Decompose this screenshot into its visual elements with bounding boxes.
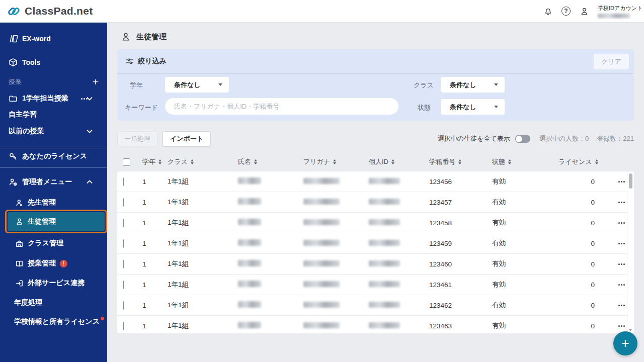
- row-menu-button[interactable]: [616, 238, 627, 249]
- class-filter-select[interactable]: 条件なし: [441, 77, 505, 93]
- col-header-student-no[interactable]: 学籍番号: [429, 157, 492, 166]
- row-menu-button[interactable]: [616, 258, 627, 269]
- show-selected-toggle[interactable]: [515, 135, 530, 143]
- sort-icon: [158, 159, 162, 165]
- status-filter-label: 状態: [418, 103, 431, 112]
- sidebar-item-your-license[interactable]: あなたのライセンス: [0, 150, 107, 162]
- sidebar-item-admin-menu[interactable]: 管理者メニュー: [0, 176, 107, 188]
- sidebar-divider: [0, 148, 107, 148]
- notification-dot-icon: [101, 317, 104, 320]
- row-checkbox[interactable]: [123, 239, 124, 248]
- sidebar-item-previous-lessons[interactable]: 以前の授業: [0, 125, 107, 137]
- bulk-action-button[interactable]: 一括処理: [117, 131, 157, 146]
- sidebar-item-tools[interactable]: Tools: [0, 56, 107, 68]
- sidebar-item-self-study[interactable]: 自主学習: [0, 109, 107, 121]
- col-header-personal-id[interactable]: 個人ID: [369, 157, 429, 166]
- row-checkbox[interactable]: [123, 260, 124, 268]
- col-header-license[interactable]: ライセンス: [558, 157, 609, 166]
- row-menu-button[interactable]: [616, 176, 627, 187]
- cell-license: 0: [558, 240, 609, 247]
- select-all-checkbox[interactable]: [123, 158, 130, 166]
- cell-name-redacted: [238, 239, 261, 246]
- row-checkbox[interactable]: [123, 301, 124, 310]
- clear-filter-button[interactable]: クリア: [594, 54, 629, 69]
- folder-expand-button[interactable]: [85, 94, 99, 103]
- sidebar-item-teacher-mgmt[interactable]: 先生管理: [0, 197, 107, 209]
- classpad-logo[interactable]: ClassPad.net: [0, 5, 93, 18]
- cell-grade: 1: [142, 281, 168, 289]
- table-body: 1 1年1組 123456 有効 0 1 1年1組 123457 有効 0 1 …: [117, 171, 627, 333]
- bell-icon[interactable]: [543, 6, 553, 16]
- col-header-kana[interactable]: フリガナ: [303, 157, 369, 166]
- sidebar-item-class-mgmt[interactable]: クラス管理: [0, 237, 107, 249]
- cell-class: 1年1組: [168, 280, 238, 289]
- row-checkbox[interactable]: [123, 281, 124, 289]
- sidebar-item-external-services[interactable]: 外部サービス連携: [0, 277, 107, 289]
- sidebar-item-label: 自主学習: [9, 110, 37, 119]
- sort-icon: [595, 159, 598, 165]
- cell-personal-id-redacted: [369, 302, 400, 308]
- sidebar-item-exword[interactable]: EX-word: [0, 33, 107, 45]
- cell-personal-id-redacted: [369, 219, 400, 225]
- row-menu-button[interactable]: [616, 300, 627, 311]
- table-header-row: 学年 クラス 氏名 フリガナ 個人ID 学籍番号 状態 ライセンス: [117, 154, 627, 169]
- sidebar-item-label: 学校情報と所有ライセンス: [14, 317, 100, 326]
- cell-student-no: 123457: [429, 199, 492, 206]
- account-icon[interactable]: [579, 6, 589, 16]
- row-checkbox[interactable]: [123, 198, 124, 207]
- sidebar-item-lesson-mgmt[interactable]: 授業管理: [0, 257, 107, 269]
- import-button[interactable]: インポート: [163, 131, 211, 147]
- status-filter-select[interactable]: 条件なし: [441, 99, 505, 115]
- scrollbar-thumb[interactable]: [629, 173, 632, 189]
- row-menu-button[interactable]: [616, 217, 627, 228]
- table-toolbar: 一括処理 インポート 選択中の生徒を全て表示 選択中の人数：0 登録数：221: [117, 131, 634, 147]
- keyword-search-input[interactable]: [165, 98, 398, 115]
- top-bar: ClassPad.net ? 学校IDアカウント: [0, 0, 644, 23]
- cell-class: 1年1組: [168, 239, 238, 248]
- sort-icon: [254, 159, 257, 165]
- col-header-grade[interactable]: 学年: [142, 157, 168, 166]
- cell-kana-redacted: [303, 219, 340, 225]
- sidebar-item-lesson-folder[interactable]: 1学年担当授業: [0, 93, 107, 105]
- scrollbar-down-arrow-icon[interactable]: [629, 329, 632, 331]
- previous-lessons-expand-button[interactable]: [85, 127, 99, 136]
- cell-status: 有効: [492, 321, 558, 330]
- row-checkbox[interactable]: [123, 219, 124, 227]
- cell-license: 0: [558, 199, 609, 206]
- add-student-fab[interactable]: [613, 331, 637, 355]
- open-book-icon: [15, 259, 24, 268]
- student-mgmt-highlight: 生徒管理: [8, 212, 105, 231]
- add-lesson-button[interactable]: +: [93, 77, 99, 87]
- row-menu-button[interactable]: [616, 279, 627, 290]
- teacher-icon: [15, 199, 24, 207]
- row-menu-button[interactable]: [616, 320, 627, 331]
- page-title-text: 生徒管理: [136, 32, 167, 42]
- table-scrollbar[interactable]: [627, 171, 634, 333]
- grade-filter-label: 学年: [130, 81, 143, 90]
- table-row: 1 1年1組 123459 有効 0: [117, 233, 627, 254]
- cell-status: 有効: [492, 198, 558, 207]
- col-header-class[interactable]: クラス: [168, 157, 238, 166]
- col-header-status[interactable]: 状態: [492, 157, 558, 166]
- toggle-knob: [516, 136, 522, 142]
- row-menu-button[interactable]: [616, 197, 627, 208]
- grade-filter-select[interactable]: 条件なし: [165, 77, 229, 93]
- admin-menu-collapse-button[interactable]: [85, 177, 99, 187]
- cell-grade: 1: [142, 178, 168, 186]
- main-content: 生徒管理 絞り込み クリア 学年 条件なし クラス 条件なし キーワード: [107, 23, 644, 362]
- student-table: 1 1年1組 123456 有効 0 1 1年1組 123457 有効 0 1 …: [117, 171, 634, 333]
- account-info[interactable]: 学校IDアカウント: [598, 5, 636, 18]
- logo-text: ClassPad.net: [25, 5, 93, 17]
- help-icon[interactable]: ?: [561, 7, 571, 16]
- sidebar-item-label: クラス管理: [28, 239, 63, 248]
- sidebar-item-student-mgmt-active[interactable]: 生徒管理: [5, 210, 107, 233]
- cell-grade: 1: [142, 260, 168, 268]
- sidebar-item-year-processing[interactable]: 年度処理: [0, 297, 107, 309]
- chevron-up-icon: [85, 177, 94, 187]
- filter-panel-header: 絞り込み クリア: [117, 49, 634, 74]
- sidebar-item-school-info[interactable]: 学校情報と所有ライセンス: [0, 316, 107, 328]
- col-header-name[interactable]: 氏名: [238, 157, 303, 166]
- sort-icon: [508, 159, 511, 165]
- row-checkbox[interactable]: [123, 322, 124, 330]
- row-checkbox[interactable]: [123, 177, 124, 186]
